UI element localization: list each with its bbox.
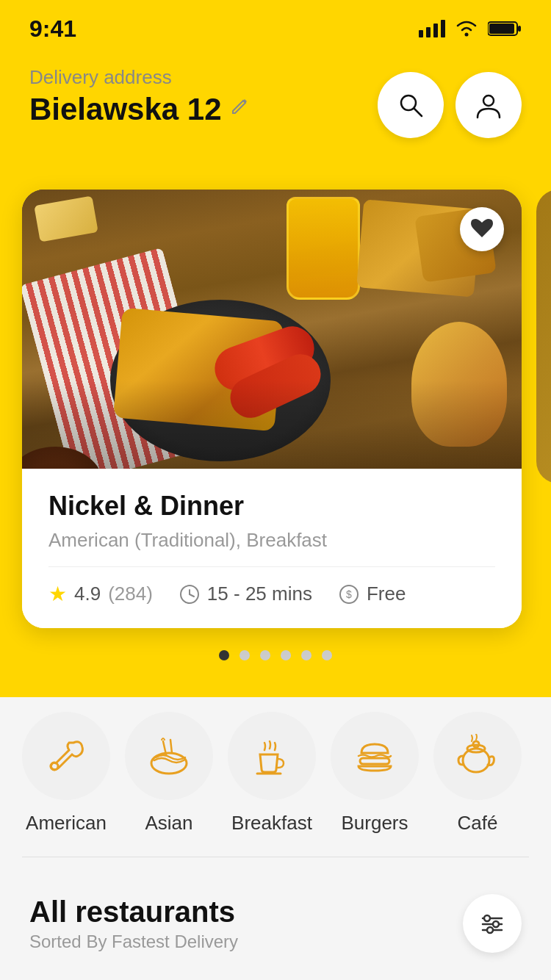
card-stats: ★ 4.9 (284) 15 - 25 mins [48, 582, 495, 606]
filter-icon [480, 911, 505, 936]
search-icon [397, 91, 425, 119]
breakfast-icon [250, 734, 294, 778]
american-label: American [26, 812, 107, 835]
status-time: 9:41 [29, 15, 76, 43]
category-cafe[interactable]: Café [433, 712, 522, 835]
card-cuisine: American (Traditional), Breakfast [48, 529, 495, 552]
svg-rect-3 [441, 20, 445, 37]
dot-4 [281, 650, 291, 660]
delivery-time: 15 - 25 mins [207, 583, 312, 605]
svg-point-30 [493, 921, 499, 927]
heart-icon [471, 219, 493, 239]
svg-point-8 [401, 96, 416, 110]
wifi-icon [454, 20, 479, 37]
header: Delivery address Bielawska 12 [0, 51, 551, 167]
svg-rect-6 [489, 24, 514, 34]
restaurants-header: All restaurants Sorted By Fastest Delive… [29, 894, 522, 953]
address-text: Bielawska 12 [29, 92, 222, 127]
featured-card[interactable]: Nickel & Dinner American (Traditional), … [22, 190, 522, 628]
profile-icon [475, 91, 503, 119]
edit-icon[interactable] [231, 97, 251, 123]
cafe-icon-circle [433, 712, 522, 800]
cafe-label: Café [458, 812, 498, 835]
carousel-section: Nickel & Dinner American (Traditional), … [0, 167, 551, 628]
carousel-wrapper: Nickel & Dinner American (Traditional), … [22, 190, 551, 628]
restaurants-subtitle: Sorted By Fastest Delivery [29, 932, 238, 952]
breakfast-icon-circle [228, 712, 316, 800]
svg-line-19 [170, 740, 172, 753]
svg-rect-1 [426, 27, 431, 37]
cafe-icon [455, 734, 500, 778]
favorite-button[interactable] [460, 207, 504, 251]
dot-6 [322, 650, 332, 660]
burgers-icon-circle [331, 712, 419, 800]
asian-label: Asian [145, 812, 192, 835]
dot-5 [301, 650, 311, 660]
card-image [22, 190, 522, 469]
svg-rect-0 [419, 30, 423, 37]
svg-text:$: $ [346, 588, 352, 600]
category-asian[interactable]: Asian [125, 712, 213, 835]
status-icons [419, 20, 522, 37]
carousel-dots [0, 628, 551, 682]
restaurants-title-group: All restaurants Sorted By Fastest Delive… [29, 896, 238, 952]
card-title: Nickel & Dinner [48, 491, 495, 522]
category-scroll: American Asian [0, 705, 551, 849]
drumstick-icon [44, 734, 88, 778]
dot-1 [219, 650, 229, 660]
svg-point-29 [484, 915, 490, 921]
search-button[interactable] [378, 72, 444, 138]
category-american[interactable]: American [22, 712, 110, 835]
breakfast-label: Breakfast [231, 812, 312, 835]
category-section: American Asian [0, 697, 551, 849]
review-count: (284) [108, 583, 153, 605]
category-burgers[interactable]: Burgers [331, 712, 419, 835]
section-divider [22, 857, 529, 857]
svg-rect-2 [433, 24, 438, 37]
svg-line-9 [414, 109, 422, 116]
clock-icon [179, 584, 200, 605]
svg-point-10 [483, 96, 494, 106]
address-section: Delivery address Bielawska 12 [29, 66, 251, 127]
delivery-fee-icon: $ [339, 584, 359, 605]
rating-value: 4.9 [74, 583, 101, 605]
delivery-label: Delivery address [29, 66, 251, 89]
svg-rect-21 [360, 758, 389, 764]
category-breakfast[interactable]: Breakfast [228, 712, 316, 835]
rating-stat: ★ 4.9 (284) [48, 582, 153, 606]
status-bar: 9:41 [0, 0, 551, 51]
american-icon-circle [22, 712, 110, 800]
star-icon: ★ [48, 582, 67, 606]
restaurants-title: All restaurants [29, 896, 238, 929]
dot-3 [260, 650, 270, 660]
address-row: Bielawska 12 [29, 92, 251, 127]
header-buttons [378, 72, 522, 138]
filter-button[interactable] [463, 894, 522, 953]
profile-button[interactable] [455, 72, 522, 138]
burgers-label: Burgers [341, 812, 408, 835]
restaurants-section: All restaurants Sorted By Fastest Delive… [0, 865, 551, 953]
noodles-icon [147, 734, 191, 778]
card-divider [48, 566, 495, 567]
svg-line-13 [190, 594, 194, 597]
delivery-fee: Free [367, 583, 406, 605]
signal-icon [419, 20, 445, 37]
svg-point-4 [465, 33, 469, 37]
battery-icon [488, 20, 522, 37]
fee-stat: $ Free [339, 583, 406, 605]
time-stat: 15 - 25 mins [179, 583, 312, 605]
burger-icon [353, 734, 397, 778]
asian-icon-circle [125, 712, 213, 800]
svg-rect-7 [518, 26, 521, 32]
dot-2 [240, 650, 250, 660]
svg-point-31 [487, 927, 493, 933]
card-info: Nickel & Dinner American (Traditional), … [22, 469, 522, 628]
svg-point-16 [51, 763, 58, 770]
